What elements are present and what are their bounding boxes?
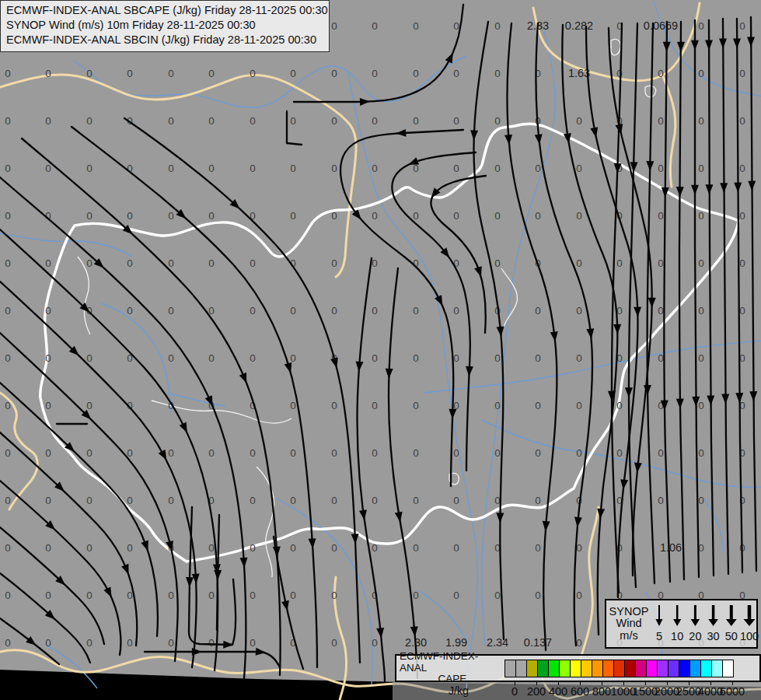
cape-color-cell: [592, 660, 603, 677]
grid-zero-value: 0: [698, 210, 704, 222]
arrowhead-icon: [663, 42, 671, 52]
grid-zero-value: 0: [250, 305, 256, 317]
arrowhead-icon: [214, 570, 222, 580]
wind-speed-arrowhead-icon: [708, 619, 718, 626]
grid-zero-value: 0: [45, 163, 51, 174]
grid-zero-value: 0: [5, 400, 11, 411]
grid-zero-value: 0: [86, 447, 93, 459]
analysis-value: 1.99: [445, 636, 467, 649]
grid-zero-value: 0: [45, 68, 51, 79]
grid-zero-value: 0: [616, 257, 623, 269]
arrowhead-icon: [648, 298, 656, 308]
title-line-wind: SYNOP Wind (m/s) 10m Friday 28-11-2025 0…: [6, 18, 323, 33]
grid-zero-value: 0: [535, 400, 541, 411]
grid-zero-value: 0: [413, 210, 419, 222]
cape-color-cell: [613, 660, 625, 677]
title-box: ECMWF-INDEX-ANAL SBCAPE (J/kg) Friday 28…: [0, 0, 330, 52]
grid-zero-value: 0: [86, 495, 93, 506]
grid-zero-value: 0: [616, 400, 623, 411]
grid-zero-value: 0: [45, 115, 51, 127]
grid-zero-value: 0: [45, 447, 51, 459]
grid-zero-value: 0: [331, 257, 337, 269]
arrowhead-icon: [646, 161, 654, 171]
grid-zero-value: 0: [576, 590, 582, 601]
grid-zero-value: 0: [290, 495, 296, 506]
arrowhead-icon: [691, 40, 699, 51]
cape-tick-label: 800: [592, 685, 611, 698]
grid-zero-value: 0: [290, 305, 296, 317]
grid-zero-value: 0: [494, 20, 501, 32]
wind-speed-arrowhead-icon: [656, 619, 663, 626]
grid-zero-value: 0: [739, 352, 745, 364]
grid-zero-value: 0: [127, 542, 133, 554]
cape-color-cell: [700, 660, 712, 677]
wind-legend-title: SYNOPWindm/s: [606, 600, 651, 647]
grid-zero-value: 0: [86, 68, 93, 79]
grid-zero-value: 0: [331, 400, 337, 411]
grid-zero-value: 0: [45, 400, 51, 411]
grid-zero-value: 0: [372, 305, 378, 317]
grid-zero-value: 0: [494, 210, 501, 222]
arrowhead-icon: [497, 327, 505, 338]
cape-color-cell: [679, 660, 690, 677]
arrowhead-icon: [734, 183, 742, 193]
grid-zero-value: 0: [250, 68, 256, 79]
arrowhead-icon: [691, 185, 699, 195]
grid-zero-value: 0: [5, 590, 11, 601]
grid-zero-value: 0: [413, 352, 419, 364]
grid-zero-value: 0: [250, 257, 256, 269]
grid-zero-value: 0: [208, 115, 215, 127]
grid-zero-value: 0: [168, 637, 174, 649]
grid-zero-value: 0: [535, 542, 541, 554]
grid-zero-value: 0: [453, 115, 459, 127]
arrowhead-icon: [733, 38, 741, 48]
grid-zero-value: 0: [168, 257, 174, 269]
arrowhead-icon: [180, 422, 191, 435]
grid-zero-value: 0: [5, 637, 11, 649]
cape-legend-title-line2: CAPE: [438, 674, 467, 685]
grid-zero-value: 0: [576, 542, 582, 554]
arrowhead-icon: [355, 362, 364, 373]
grid-zero-value: 0: [413, 447, 419, 459]
grid-zero-value: 0: [5, 447, 11, 459]
grid-zero-value: 0: [86, 542, 93, 554]
cape-tick-label: 600: [571, 685, 589, 698]
arrowhead-icon: [550, 331, 559, 342]
grid-zero-value: 0: [453, 68, 459, 79]
arrowhead-icon: [273, 546, 281, 557]
grid-zero-value: 0: [372, 257, 378, 269]
arrowhead-icon: [396, 129, 407, 138]
grid-zero-value: 0: [208, 163, 215, 174]
grid-zero-value: 0: [127, 590, 133, 601]
arrowhead-icon: [574, 517, 582, 528]
grid-zero-value: 0: [290, 163, 296, 174]
grid-zero-value: 0: [535, 447, 541, 459]
grid-zero-value: 0: [576, 400, 582, 411]
grid-zero-value: 0: [208, 447, 215, 459]
grid-zero-value: 0: [331, 210, 337, 222]
arrowhead-icon: [676, 399, 684, 409]
arrowhead-icon: [470, 130, 478, 140]
arrowhead-icon: [620, 479, 628, 490]
grid-zero-value: 0: [208, 542, 215, 554]
cape-legend-title: ECMWF-INDEX-ANAL CAPE: [400, 656, 505, 681]
grid-zero-value: 0: [658, 163, 664, 174]
cape-color-cell: [504, 660, 516, 677]
grid-zero-value: 0: [535, 210, 541, 222]
grid-zero-value: 0: [127, 68, 133, 79]
grid-zero-value: 0: [698, 68, 704, 79]
grid-zero-value: 0: [658, 115, 664, 127]
grid-zero-value: 0: [372, 352, 378, 364]
cape-legend-title-line1: ECMWF-INDEX-ANAL: [400, 651, 505, 674]
grid-zero-value: 0: [168, 590, 174, 601]
grid-zero-value: 0: [698, 400, 704, 411]
wind-speed-arrowhead-icon: [744, 619, 756, 626]
grid-zero-value: 0: [250, 637, 256, 649]
grid-zero-value: 0: [168, 447, 174, 459]
arrowhead-icon: [542, 521, 550, 532]
grid-zero-value: 0: [331, 590, 337, 601]
grid-zero-value: 0: [453, 542, 459, 554]
grid-zero-value: 0: [739, 163, 745, 174]
grid-zero-value: 0: [168, 115, 174, 127]
cape-color-cell: [548, 660, 560, 677]
